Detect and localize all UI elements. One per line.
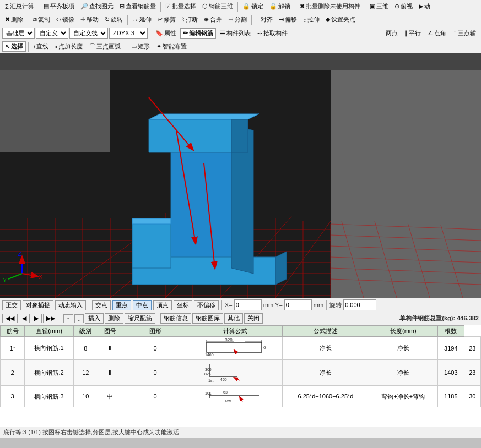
svg-text:63: 63 xyxy=(223,390,228,394)
btn-offset[interactable]: ⇥偏移 xyxy=(276,14,300,25)
btn-edit-rebar[interactable]: ✏编辑钢筋 xyxy=(180,28,216,39)
svg-line-26 xyxy=(220,216,292,298)
btn-scale-rebar[interactable]: 缩尺配筋 xyxy=(125,313,155,324)
btn-copy[interactable]: ⧉复制 xyxy=(30,14,53,25)
btn-smart-layout[interactable]: ✦智能布置 xyxy=(154,41,190,52)
btn-no-offset[interactable]: 不偏移 xyxy=(194,300,219,310)
btn-delete[interactable]: ✖删除 xyxy=(2,14,26,25)
table-row[interactable]: 3 横向钢筋.3 10 中 0 63 101 455 xyxy=(1,386,481,407)
btn-split[interactable]: ⊣分割 xyxy=(225,14,250,25)
btn-two-point[interactable]: ‥两点 xyxy=(378,28,401,39)
btn-rectangle[interactable]: ▭矩形 xyxy=(128,41,153,52)
y-input[interactable] xyxy=(284,299,312,310)
btn-nav-down[interactable]: ↓ xyxy=(74,314,84,323)
btn-midpoint[interactable]: 重点 xyxy=(112,300,131,310)
sep15 xyxy=(61,314,61,324)
btn-stretch[interactable]: ↕拉伸 xyxy=(300,14,322,25)
table-row[interactable]: 1* 横向钢筋.1 8 Ⅱ 0 320 xyxy=(1,337,481,360)
btn-batch-delete-unused[interactable]: ✖批量删除未使用构件 xyxy=(297,1,363,12)
btn-nav-last[interactable]: ▶▶ xyxy=(43,314,58,323)
btn-nav-prev[interactable]: ◀ xyxy=(19,314,30,323)
btn-break[interactable]: ⌇打断 xyxy=(179,14,201,25)
sep10 xyxy=(28,42,29,52)
btn-nav-up[interactable]: ↑ xyxy=(63,314,73,323)
btn-nav-first[interactable]: ◀◀ xyxy=(2,314,18,323)
svg-marker-43 xyxy=(275,252,287,285)
layer-select[interactable]: 基础层 xyxy=(2,28,35,39)
btn-close-panel[interactable]: 关闭 xyxy=(244,313,263,324)
btn-align[interactable]: ≡对齐 xyxy=(253,14,275,25)
btn-other[interactable]: 其他 xyxy=(224,313,243,324)
btn-vertex[interactable]: 顶点 xyxy=(153,300,172,310)
btn-three-point[interactable]: ∴三点辅 xyxy=(450,28,479,39)
btn-view-rebar-amount[interactable]: ⊞查看钢筋量 xyxy=(117,1,159,12)
btn-3d-view[interactable]: ▣三维 xyxy=(367,1,391,12)
cell-figure-2: 0 xyxy=(122,360,188,386)
btn-trim[interactable]: ✂修剪 xyxy=(155,14,179,25)
btn-dynamic[interactable]: ▶动 xyxy=(416,1,433,12)
rotate-input[interactable] xyxy=(343,299,376,310)
btn-move[interactable]: ✛移动 xyxy=(78,14,101,25)
btn-rebar-info[interactable]: 钢筋信息 xyxy=(160,313,191,324)
btn-intersection[interactable]: 交点 xyxy=(92,300,111,310)
btn-pick-component[interactable]: ⊹拾取构件 xyxy=(255,28,290,39)
col-header-id: 筋号 xyxy=(1,326,25,337)
btn-rotate[interactable]: ↻旋转 xyxy=(102,14,126,25)
cell-length-2: 1403 xyxy=(437,360,464,386)
total-weight-label: 单构件钢筋总重(kg): 446.382 xyxy=(399,314,479,323)
btn-rebar-3d[interactable]: ⬡钢筋三维 xyxy=(199,1,236,12)
table-row[interactable]: 2 横向钢筋.2 12 Ⅱ 0 306 825 455 1st xyxy=(1,360,481,386)
bottom-info-bar: 底行等:3 (1/1) 按图标右击键选择,分图层,按大键中心成为功能激活 xyxy=(0,427,481,438)
btn-lock[interactable]: 🔒锁定 xyxy=(240,1,266,12)
btn-extend[interactable]: ↔延伸 xyxy=(129,14,154,25)
btn-find-element[interactable]: 🔎查找图元 xyxy=(78,1,116,12)
cell-count-3: 30 xyxy=(464,386,480,407)
parallel-icon: ∥ xyxy=(404,30,408,37)
custom-line-select[interactable]: 自定义线 xyxy=(69,28,108,39)
btn-properties[interactable]: 🔖属性 xyxy=(153,28,179,39)
btn-point-length[interactable]: •点加长度 xyxy=(52,41,85,52)
btn-parallel[interactable]: ∥平行 xyxy=(402,28,424,39)
btn-object-snap[interactable]: 对象捕捉 xyxy=(23,300,53,310)
svg-line-37 xyxy=(441,225,463,298)
x-input[interactable] xyxy=(234,299,262,310)
properties-icon: 🔖 xyxy=(155,30,163,37)
rebar-3d-icon: ⬡ xyxy=(202,3,208,10)
btn-three-point-arc[interactable]: ⌒三点画弧 xyxy=(87,41,123,52)
btn-set-grip[interactable]: ◆设置夹点 xyxy=(323,14,358,25)
zdyx-select[interactable]: ZDYX-3 xyxy=(109,28,148,39)
btn-delete-row[interactable]: 删除 xyxy=(105,313,123,324)
btn-select[interactable]: ↖选择 xyxy=(2,41,26,52)
btn-center[interactable]: 中点 xyxy=(133,300,152,310)
btn-component-list[interactable]: ☰构件列表 xyxy=(217,28,253,39)
svg-rect-3 xyxy=(0,53,481,70)
btn-coords[interactable]: 坐标 xyxy=(174,300,192,310)
btn-rebar-lib[interactable]: 钢筋图库 xyxy=(192,313,223,324)
btn-nav-next[interactable]: ▶ xyxy=(31,314,42,323)
offset-icon: ⇥ xyxy=(279,16,284,23)
custom-select[interactable]: 自定义 xyxy=(36,28,68,39)
btn-batch-select[interactable]: ☑批量选择 xyxy=(163,1,199,12)
toolbar-row-3: 基础层 自定义 自定义线 ZDYX-3 🔖属性 ✏编辑钢筋 ☰构件列表 ⊹拾取构… xyxy=(0,26,481,40)
btn-flat-board[interactable]: ▤平齐板项 xyxy=(41,1,77,12)
cell-diameter-2: 12 xyxy=(73,360,98,386)
btn-orthogonal[interactable]: 正交 xyxy=(2,300,21,310)
dynamic-icon: ▶ xyxy=(419,3,423,10)
btn-merge[interactable]: ⊕合并 xyxy=(201,14,225,25)
line-icon: / xyxy=(34,43,35,50)
rebar-table-wrapper[interactable]: 筋号 直径(mm) 级别 图号 图形 计算公式 公式描述 长度(mm) 根数 1… xyxy=(0,325,481,427)
btn-top-view[interactable]: ⊙俯视 xyxy=(392,1,415,12)
btn-unlock[interactable]: 🔓解锁 xyxy=(267,1,293,12)
svg-line-24 xyxy=(110,216,209,298)
btn-mirror[interactable]: ⇔镜像 xyxy=(53,14,77,25)
btn-dynamic-input[interactable]: 动态输入 xyxy=(55,300,86,310)
cell-formula-desc-3: 弯钩+净长+弯钩 xyxy=(369,386,437,407)
btn-insert[interactable]: 插入 xyxy=(85,313,104,324)
btn-point-angle[interactable]: ∠点角 xyxy=(425,28,449,39)
sep1 xyxy=(39,2,39,12)
btn-line[interactable]: /直线 xyxy=(31,41,51,52)
svg-marker-41 xyxy=(231,125,253,274)
3d-viewport[interactable]: Z Y X xyxy=(0,53,481,298)
btn-summary-calc[interactable]: Σ汇总计算 xyxy=(2,1,37,12)
two-point-icon: ‥ xyxy=(381,30,385,37)
